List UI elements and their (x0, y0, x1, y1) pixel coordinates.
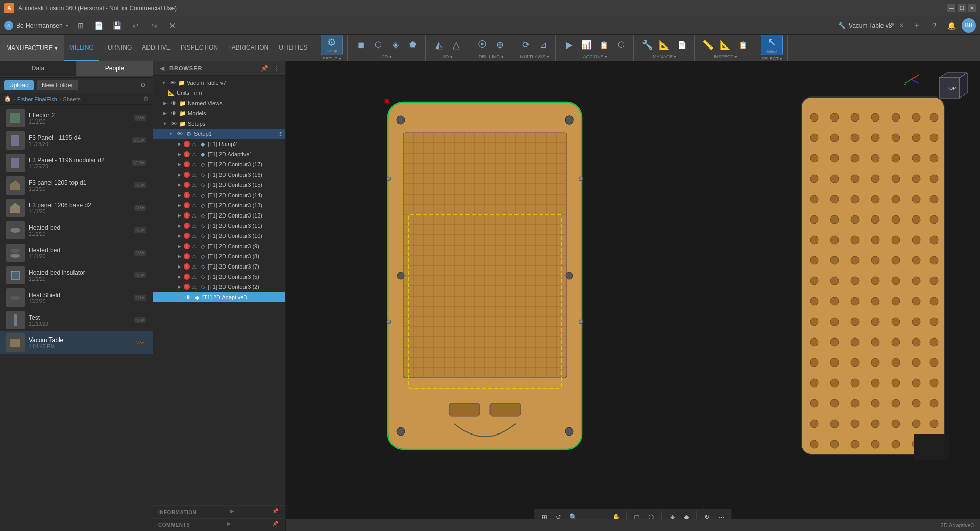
tab-people[interactable]: People (77, 61, 153, 76)
tree-op-contour2[interactable]: ▶ ! ⚠ ◇ [T1] 2D Contour3 (2) (153, 282, 285, 292)
tree-setups[interactable]: ▼ 👁 📁 Setups (153, 118, 285, 129)
tree-op-contour10[interactable]: ▶ ! ⚠ ◇ [T1] 2D Contour3 (10) (153, 231, 285, 241)
new-folder-button[interactable]: New Folder (37, 80, 78, 90)
breadcrumb-settings-icon[interactable]: ⚙ (143, 95, 149, 102)
3d-btn-1[interactable]: ◭ (431, 37, 447, 53)
manage-btn-3[interactable]: 📄 (674, 37, 690, 53)
tree-named-views[interactable]: ▶ 👁 📁 Named Views (153, 98, 285, 108)
actions-btn-3[interactable]: 📋 (596, 37, 612, 53)
save-icon[interactable]: 💾 (111, 19, 124, 32)
maximize-button[interactable]: ☐ (958, 4, 966, 12)
user-profile-badge[interactable]: BH (962, 18, 976, 33)
tab-utilities[interactable]: UTILITIES (274, 35, 312, 61)
expand-comments-button[interactable]: ▶ (227, 521, 235, 529)
tree-op-contour7[interactable]: ▶ ! ⚠ ◇ [T1] 2D Contour3 (7) (153, 261, 285, 272)
tab-milling[interactable]: MILLING (64, 35, 99, 61)
close-button[interactable]: ✕ (968, 4, 976, 12)
tab-data[interactable]: Data (0, 61, 77, 76)
actions-btn-4[interactable]: ⬡ (613, 37, 629, 53)
breadcrumb-fisher[interactable]: Fisher FinalFish (17, 96, 57, 102)
list-item[interactable]: Heated bed 11/1/20 V3▾ (0, 242, 153, 264)
setup-button[interactable]: ⚙ Setup (321, 35, 343, 55)
upload-button[interactable]: Upload (4, 80, 34, 90)
svg-point-115 (830, 215, 839, 224)
tree-op-contour16[interactable]: ▶ ! ⚠ ◇ [T1] 2D Contour3 (16) (153, 170, 285, 180)
inspect-btn-3[interactable]: 📋 (734, 37, 751, 53)
minimize-button[interactable]: — (947, 4, 955, 12)
models-label: Models (188, 110, 283, 116)
manage-btn-1[interactable]: 🔧 (639, 37, 655, 53)
help-button[interactable]: ? (927, 18, 941, 33)
tree-op-contour8[interactable]: ▶ ! ⚠ ◇ [T1] 2D Contour3 (8) (153, 251, 285, 261)
actions-btn-1[interactable]: ▶ (561, 37, 577, 53)
inspect-btn-1[interactable]: 📏 (700, 37, 716, 53)
2d-btn-2[interactable]: ⬡ (370, 37, 386, 53)
tree-op-contour13[interactable]: ▶ ! ⚠ ◇ [T1] 2D Contour3 (13) (153, 200, 285, 210)
add-tab-button[interactable]: ＋ (910, 18, 924, 33)
inspect-btn-2[interactable]: 📐 (717, 37, 733, 53)
close-tab-icon[interactable]: ✕ (899, 22, 903, 28)
list-item[interactable]: F3 Panel - 1195 d4 11/26/20 V13▾ (0, 129, 153, 152)
undo-button[interactable]: ↩ (130, 19, 142, 32)
3d-btn-2[interactable]: △ (448, 37, 464, 53)
list-item[interactable]: Heat Shield 10/2/20 V1▾ (0, 286, 153, 309)
settings-icon[interactable]: ⚙ (137, 80, 149, 91)
collapse-browser-button[interactable]: ◀ (157, 64, 166, 73)
list-item[interactable]: F3 Panel - 1196 modular d2 11/26/20 V15▾ (0, 152, 153, 174)
2d-btn-3[interactable]: ◈ (387, 37, 404, 53)
tree-op-contour12[interactable]: ▶ ! ⚠ ◇ [T1] 2D Contour3 (12) (153, 210, 285, 221)
file-icon[interactable]: 📄 (93, 19, 105, 32)
tree-op-contour15[interactable]: ▶ ! ⚠ ◇ [T1] 2D Contour3 (15) (153, 180, 285, 190)
2d-btn-4[interactable]: ⬟ (405, 37, 421, 53)
tree-op-contour9[interactable]: ▶ ! ⚠ ◇ [T1] 2D Contour3 (9) (153, 241, 285, 251)
list-item[interactable]: Heated bed 11/1/20 V3▾ (0, 219, 153, 242)
list-item[interactable]: F3 panel 1205 top d1 11/1/20 V3▾ (0, 174, 153, 197)
tree-root[interactable]: ▼ 👁 📁 Vacum Table v7 (153, 78, 285, 88)
tree-op-contour17[interactable]: ▶ ! ⚠ ◇ [T1] 2D Contour3 (17) (153, 159, 285, 170)
list-item[interactable]: Test 11/19/20 V3▾ (0, 309, 153, 331)
actions-btn-2[interactable]: 📊 (578, 37, 595, 53)
status-mode: 2D Adaptive3 (941, 522, 974, 528)
tree-op-contour5[interactable]: ▶ ! ⚠ ◇ [T1] 2D Contour3 (5) (153, 272, 285, 282)
grid-icon[interactable]: ⊞ (75, 19, 87, 32)
2d-btn-1[interactable]: ◼ (353, 37, 369, 53)
drilling-btn-1[interactable]: ⦿ (474, 37, 491, 53)
pin-info-button[interactable]: 📌 (272, 508, 280, 516)
list-item[interactable]: F3 panel 1206 base d2 11/1/20 V3▾ (0, 197, 153, 219)
pin-browser-button[interactable]: 📌 (260, 64, 269, 73)
home-icon[interactable]: 🏠 (4, 95, 11, 102)
tree-op-ramp2[interactable]: ▶ ! ⚠ ◆ [T1] Ramp2 (153, 139, 285, 149)
op-label: [T1] 2D Contour3 (5) (208, 274, 283, 280)
manage-btn-2[interactable]: 📐 (656, 37, 673, 53)
user-dropdown-icon[interactable]: ▾ (66, 22, 68, 28)
tree-op-2dadaptive1[interactable]: ▶ ! ⚠ ◆ [T1] 2D Adaptive1 (153, 149, 285, 159)
browser-options-button[interactable]: ⋮ (272, 64, 281, 73)
tree-setup1[interactable]: ▼ 👁 ⚙ Setup1 ⏱ (153, 129, 285, 139)
title-bar-controls[interactable]: — ☐ ✕ (947, 4, 976, 12)
multiaxis-btn-2[interactable]: ⊿ (535, 37, 551, 53)
select-button[interactable]: ↖ Select (761, 35, 783, 55)
browser-tree: ▼ 👁 📁 Vacum Table v7 📐 Units: mm ▶ 👁 (153, 76, 285, 505)
tree-op-2dadaptive3[interactable]: ▶ 👁 ◆ [T1] 2D Adaptive3 (153, 292, 285, 302)
tab-turning[interactable]: TURNING (99, 35, 137, 61)
expand-info-button[interactable]: ▶ (230, 508, 238, 516)
list-item[interactable]: Heated bed insulator 11/1/20 V3▾ (0, 264, 153, 286)
multiaxis-btn-1[interactable]: ⟳ (518, 37, 534, 53)
tab-additive[interactable]: ADDITIVE (137, 35, 175, 61)
list-item[interactable]: Vacum Table 1:04:45 PM V8▾ (0, 331, 153, 354)
tree-models[interactable]: ▶ 👁 📁 Models (153, 108, 285, 118)
tree-op-contour11[interactable]: ▶ ! ⚠ ◇ [T1] 2D Contour3 (11) (153, 221, 285, 231)
drilling-btn-2[interactable]: ⊕ (492, 37, 508, 53)
close-doc-button[interactable]: ✕ (166, 19, 179, 32)
tab-fabrication[interactable]: FABRICATION (223, 35, 274, 61)
viewport[interactable]: TOP X Y Z (286, 61, 980, 531)
user-section[interactable]: A Bo Herrmannsen ▾ (4, 21, 68, 30)
list-item[interactable]: Effector 2 11/1/20 V3▾ (0, 107, 153, 129)
2d-group-label: 2D ▾ (382, 54, 392, 59)
notification-button[interactable]: 🔔 (944, 18, 959, 33)
redo-button[interactable]: ↪ (148, 19, 160, 32)
workspace-button[interactable]: MANUFACTURE ▾ (0, 35, 64, 61)
tab-inspection[interactable]: INSPECTION (176, 35, 223, 61)
pin-comments-button[interactable]: 📌 (272, 521, 280, 529)
tree-op-contour14[interactable]: ▶ ! ⚠ ◇ [T1] 2D Contour3 (14) (153, 190, 285, 200)
